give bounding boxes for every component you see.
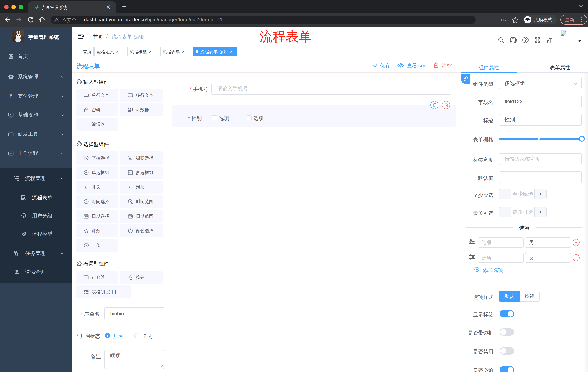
svg-text:123: 123 xyxy=(128,108,133,111)
